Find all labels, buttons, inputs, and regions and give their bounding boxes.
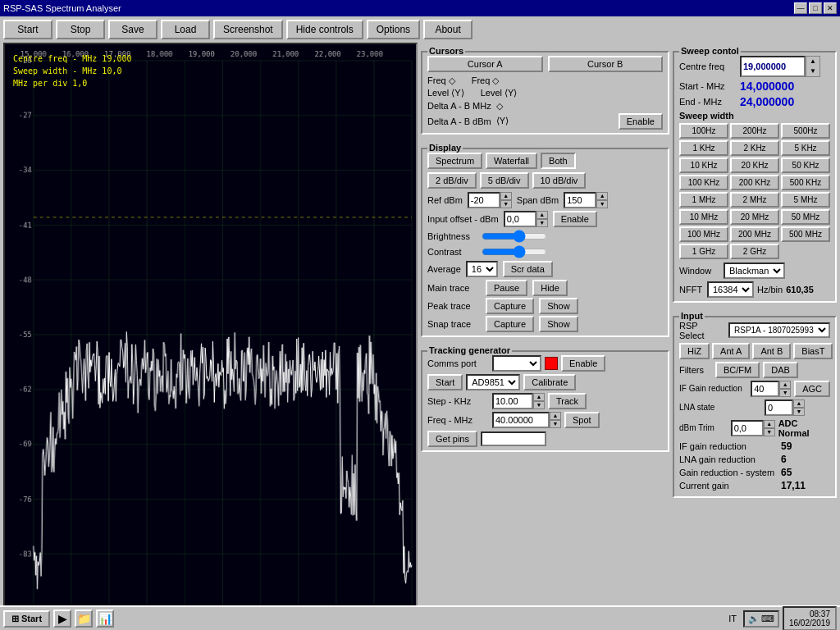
sw-100khz[interactable]: 100 KHz (679, 175, 728, 190)
if-gain-up[interactable]: ▲ (779, 381, 791, 389)
cursors-enable-button[interactable]: Enable (619, 113, 663, 130)
input-offset-down[interactable]: ▼ (536, 219, 548, 227)
options-button[interactable]: Options (367, 20, 420, 39)
tray-icon-1[interactable]: 🔊 (748, 614, 760, 624)
comms-port-select[interactable] (492, 355, 541, 372)
dbm-trim-spinbox[interactable]: ▲ ▼ (731, 420, 775, 436)
if-gain-input[interactable] (751, 381, 779, 397)
sw-500mhz[interactable]: 500 MHz (781, 226, 830, 242)
ref-dbm-spinbox[interactable]: ▲ ▼ (468, 192, 512, 208)
average-select[interactable]: 1632648 (466, 261, 498, 277)
centre-freq-input[interactable] (740, 56, 806, 77)
close-button[interactable]: ✕ (824, 2, 837, 14)
peak-capture-button[interactable]: Capture (486, 298, 534, 314)
if-gain-down[interactable]: ▼ (779, 389, 791, 397)
maximize-button[interactable]: □ (809, 2, 822, 14)
sw-20khz[interactable]: 20 KHz (730, 158, 779, 173)
peak-show-button[interactable]: Show (539, 298, 578, 314)
track-button[interactable]: Track (548, 393, 587, 409)
sw-200khz[interactable]: 200 KHz (730, 175, 779, 190)
span-dbm-spinbox[interactable]: ▲ ▼ (564, 192, 608, 208)
freq-up[interactable]: ▲ (550, 412, 561, 420)
snap-capture-button[interactable]: Capture (486, 316, 534, 332)
bc-fm-button[interactable]: BC/FM (715, 362, 760, 378)
waterfall-button[interactable]: Waterfall (486, 153, 537, 169)
hide-controls-button[interactable]: Hide controls (286, 20, 363, 39)
tracking-enable-button[interactable]: Enable (561, 355, 605, 372)
input-offset-enable-button[interactable]: Enable (553, 211, 597, 227)
freq-spinbox[interactable]: ▲ ▼ (492, 412, 561, 428)
contrast-slider[interactable] (482, 245, 547, 258)
step-down[interactable]: ▼ (533, 401, 545, 409)
sw-500hz[interactable]: 500Hz (781, 123, 830, 139)
brightness-slider[interactable] (482, 230, 547, 243)
sw-10mhz[interactable]: 10 MHz (679, 209, 728, 225)
sw-100mhz[interactable]: 100 MHz (679, 226, 728, 242)
tracking-start-button[interactable]: Start (427, 374, 463, 390)
span-dbm-up[interactable]: ▲ (596, 192, 608, 200)
pause-button[interactable]: Pause (486, 280, 527, 296)
cursor-b-button[interactable]: Cursor B (548, 56, 664, 72)
hide-button[interactable]: Hide (532, 280, 568, 296)
dbm-trim-up[interactable]: ▲ (764, 420, 775, 428)
taskbar-icon-1[interactable]: ▶ (53, 609, 71, 628)
sw-100hz[interactable]: 100Hz (679, 123, 728, 139)
sw-5mhz[interactable]: 5 MHz (781, 192, 830, 208)
sw-1mhz[interactable]: 1 MHz (679, 192, 728, 208)
span-dbm-down[interactable]: ▼ (596, 200, 608, 208)
scr-data-button[interactable]: Scr data (503, 261, 553, 277)
sw-10khz[interactable]: 10 KHz (679, 158, 728, 173)
both-button[interactable]: Both (541, 153, 576, 169)
input-offset-spinbox[interactable]: ▲ ▼ (504, 211, 548, 227)
step-up[interactable]: ▲ (533, 393, 545, 401)
screenshot-button[interactable]: Screenshot (213, 20, 283, 39)
load-button[interactable]: Load (161, 20, 210, 39)
spectrum-display[interactable]: Centre freq - MHz 19,000 Sweep width - M… (3, 43, 418, 627)
dbm-trim-down[interactable]: ▼ (764, 428, 775, 436)
spectrum-canvas[interactable] (5, 44, 416, 625)
start-menu-button[interactable]: ⊞ Start (3, 610, 50, 628)
dbm-trim-input[interactable] (731, 420, 764, 436)
spot-button[interactable]: Spot (564, 412, 600, 428)
ref-dbm-input[interactable] (468, 192, 500, 208)
sw-2mhz[interactable]: 2 MHz (730, 192, 779, 208)
input-offset-up[interactable]: ▲ (536, 211, 548, 219)
step-spinbox[interactable]: ▲ ▼ (492, 393, 545, 409)
db5-button[interactable]: 5 dB/div (480, 172, 529, 189)
step-input[interactable] (492, 393, 533, 409)
sw-2khz[interactable]: 2 KHz (730, 140, 779, 156)
get-pins-button[interactable]: Get pins (427, 431, 477, 447)
bias-t-button[interactable]: BiasT (793, 343, 833, 359)
taskbar-icon-3[interactable]: 📊 (96, 609, 114, 628)
input-offset-input[interactable] (504, 211, 536, 227)
spectrum-button[interactable]: Spectrum (427, 153, 482, 169)
sw-20mhz[interactable]: 20 MHz (730, 209, 779, 225)
ant-b-button[interactable]: Ant B (752, 343, 791, 359)
calibrate-button[interactable]: Calibrate (523, 374, 576, 390)
chip-select[interactable]: AD9851 (466, 374, 520, 390)
sw-2ghz[interactable]: 2 GHz (730, 244, 779, 259)
ref-dbm-up[interactable]: ▲ (500, 192, 512, 200)
rsp-select[interactable]: RSP1A - 1807025993 (728, 322, 830, 338)
lna-state-down[interactable]: ▼ (793, 408, 805, 416)
db10-button[interactable]: 10 dB/div (532, 172, 587, 189)
centre-freq-spinbox[interactable]: ▲ ▼ (740, 56, 820, 77)
ref-dbm-down[interactable]: ▼ (500, 200, 512, 208)
centre-freq-up[interactable]: ▲ (806, 57, 819, 66)
db2-button[interactable]: 2 dB/div (427, 172, 477, 189)
nfft-select[interactable]: 16384 (707, 281, 754, 298)
minimize-button[interactable]: — (794, 2, 807, 14)
sw-5khz[interactable]: 5 KHz (781, 140, 830, 156)
freq-input[interactable] (492, 412, 550, 428)
dab-button[interactable]: DAB (763, 362, 798, 378)
lna-state-spinbox[interactable]: ▲ ▼ (765, 399, 805, 416)
about-button[interactable]: About (423, 20, 472, 39)
cursor-a-button[interactable]: Cursor A (427, 56, 543, 72)
stop-button[interactable]: Stop (56, 20, 105, 39)
pins-output[interactable] (481, 431, 546, 446)
lna-state-up[interactable]: ▲ (793, 399, 805, 408)
freq-down[interactable]: ▼ (550, 420, 561, 428)
lna-state-input[interactable] (765, 399, 793, 416)
hiz-button[interactable]: HiZ (679, 343, 710, 359)
sw-200hz[interactable]: 200Hz (730, 123, 779, 139)
